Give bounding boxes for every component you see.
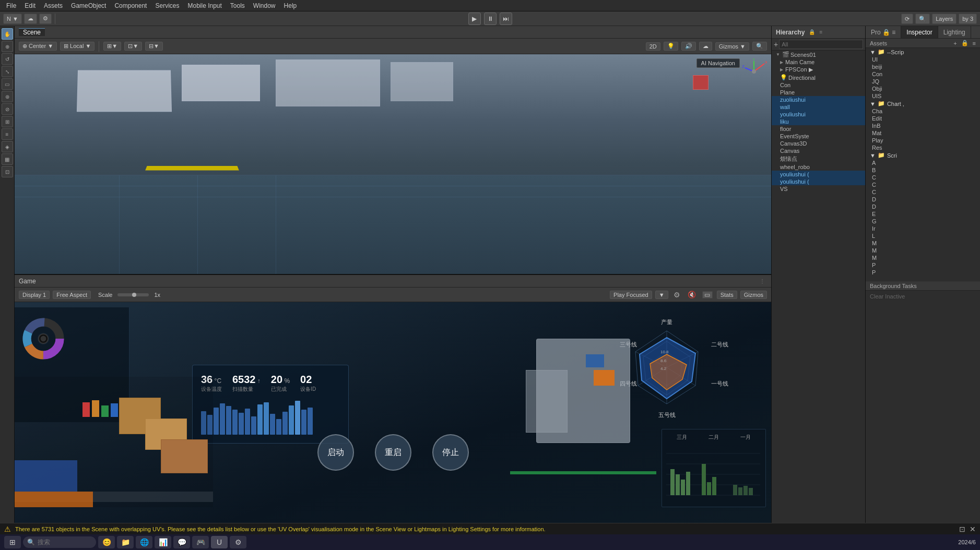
grid-button[interactable]: ⊞▼ <box>103 42 121 51</box>
settings-button[interactable]: ⚙ <box>39 14 52 24</box>
scale-tool[interactable]: ⤡ <box>2 66 13 77</box>
hierarchy-canvas[interactable]: Canvas <box>772 147 865 154</box>
asset-play[interactable]: Play <box>866 137 980 144</box>
status-action-2[interactable]: ✕ <box>970 525 976 533</box>
asset-edit[interactable]: Edit <box>866 115 980 122</box>
asset-m3[interactable]: M <box>866 254 980 261</box>
asset-inb[interactable]: InB <box>866 122 980 129</box>
audio-button[interactable]: 🔊 <box>681 42 696 51</box>
hierarchy-wall[interactable]: wall <box>772 103 865 111</box>
hierarchy-liku[interactable]: liku <box>772 118 865 125</box>
asset-e[interactable]: E <box>866 210 980 218</box>
hierarchy-youliushui1[interactable]: youliushui <box>772 111 865 118</box>
move-tool[interactable]: ✋ <box>2 28 13 40</box>
gameobject-menu[interactable]: GameObject <box>67 0 110 11</box>
layers-button[interactable]: Layers <box>932 14 957 24</box>
hierarchy-main-camera[interactable]: ▶ Main Came <box>772 58 865 66</box>
start-button[interactable]: 启动 <box>317 434 354 471</box>
hierarchy-con[interactable]: Con <box>772 81 865 89</box>
rotate-tool[interactable]: ↺ <box>2 53 13 65</box>
rect-tool[interactable]: ▭ <box>2 78 13 90</box>
cloud-button[interactable]: ☁ <box>24 14 37 24</box>
light-button[interactable]: 💡 <box>664 42 678 51</box>
game-aspect-btn[interactable]: Free Aspect <box>53 291 91 299</box>
game-menu-icon[interactable]: ⋮ <box>758 278 767 284</box>
history-button[interactable]: ⟳ <box>901 14 913 24</box>
custom-tool-5[interactable]: ▦ <box>2 153 13 165</box>
file-menu[interactable]: File <box>2 0 20 11</box>
asset-d1[interactable]: D <box>866 196 980 203</box>
asset-c3[interactable]: C <box>866 188 980 196</box>
asset-c2[interactable]: C <box>866 181 980 188</box>
services-menu[interactable]: Services <box>151 0 183 11</box>
help-menu[interactable]: Help <box>280 0 301 11</box>
hierarchy-vs[interactable]: VS <box>772 185 865 193</box>
status-action-1[interactable]: ⊡ <box>959 525 965 533</box>
game-display-btn[interactable]: Display 1 <box>19 291 50 299</box>
account-button[interactable]: N ▼ <box>3 14 22 24</box>
taskbar-app4-btn[interactable]: ⚙ <box>230 536 246 548</box>
assets-lock-icon[interactable]: 🔒 <box>961 40 969 46</box>
scene-viewport[interactable]: X Y Z AI Navigation <box>15 54 771 274</box>
custom-tool-2[interactable]: ⊞ <box>2 116 13 127</box>
search-button[interactable]: 🔍 <box>915 14 930 24</box>
add-hierarchy-btn[interactable]: + <box>774 40 778 49</box>
render-mode-btn[interactable]: ⊟▼ <box>145 42 163 51</box>
layers-by-button[interactable]: by 3 <box>959 14 977 24</box>
hierarchy-floor[interactable]: floor <box>772 125 865 133</box>
assets-add-btn[interactable]: + <box>953 40 957 46</box>
inspector-tab[interactable]: Inspector <box>901 26 938 38</box>
hierarchy-youliushui2[interactable]: youliushui ( <box>772 171 865 178</box>
taskbar-emoji-btn[interactable]: 😊 <box>98 536 115 548</box>
stats-btn[interactable]: Stats <box>717 291 737 299</box>
asset-g[interactable]: G <box>866 218 980 225</box>
pro-tab[interactable]: Pro 🔒 ≡ <box>866 26 901 38</box>
custom-tool-4[interactable]: ◈ <box>2 141 13 152</box>
play-button[interactable]: ▶ <box>468 13 481 25</box>
hierarchy-zuoliushui[interactable]: zuoliushui <box>772 96 865 103</box>
restart-button[interactable]: 重启 <box>375 434 411 471</box>
custom-tool-6[interactable]: ⊡ <box>2 166 13 177</box>
stop-button[interactable]: 停止 <box>432 434 469 471</box>
asset-a[interactable]: A <box>866 159 980 166</box>
windows-start-btn[interactable]: ⊞ <box>4 536 21 548</box>
asset-mat[interactable]: Mat <box>866 129 980 137</box>
tools-menu[interactable]: Tools <box>226 0 249 11</box>
taskbar-app3-btn[interactable]: 🎮 <box>192 536 209 548</box>
step-button[interactable]: ⏭ <box>500 13 512 25</box>
mobileinput-menu[interactable]: Mobile Input <box>183 0 226 11</box>
gizmos-filter-btn[interactable]: ⊡▼ <box>124 42 142 51</box>
play-focused-dropdown[interactable]: ▼ <box>655 291 668 299</box>
scene-gizmos-btn[interactable]: Gizmos ▼ <box>715 42 749 51</box>
maximize-icon[interactable]: ▭ <box>702 291 713 298</box>
game-gizmos-btn[interactable]: Gizmos <box>740 291 767 299</box>
asset-b[interactable]: B <box>866 166 980 174</box>
taskbar-unity-btn[interactable]: U <box>211 536 228 548</box>
hierarchy-plane[interactable]: Plane <box>772 89 865 96</box>
select-tool[interactable]: ⊕ <box>2 41 13 52</box>
asset-con[interactable]: Con <box>866 70 980 78</box>
play-focused-btn[interactable]: Play Focused <box>610 291 652 299</box>
gear-icon[interactable]: ⚙ <box>674 291 680 299</box>
component-menu[interactable]: Component <box>110 0 151 11</box>
asset-obji[interactable]: Obji <box>866 85 980 92</box>
scene-tab[interactable]: Scene <box>19 28 45 36</box>
game-tab[interactable]: Game <box>19 278 36 285</box>
asset-res[interactable]: Res <box>866 144 980 151</box>
taskbar-app1-btn[interactable]: 📊 <box>155 536 171 548</box>
scale-slider[interactable] <box>117 293 149 296</box>
hierarchy-wheel-robot[interactable]: wheel_robo <box>772 163 865 171</box>
2d-button[interactable]: 2D <box>646 42 660 51</box>
asset-l[interactable]: L <box>866 232 980 240</box>
transform-tool[interactable]: ⊛ <box>2 91 13 102</box>
asset-ir[interactable]: Ir <box>866 225 980 232</box>
asset-c1[interactable]: C <box>866 174 980 181</box>
taskbar-app2-btn[interactable]: 💬 <box>173 536 190 548</box>
asset-d2[interactable]: D <box>866 203 980 210</box>
mute-icon[interactable]: 🔇 <box>688 291 696 298</box>
hierarchy-menu-icon[interactable]: ≡ <box>819 29 822 35</box>
hierarchy-canvas3d[interactable]: Canvas3D <box>772 140 865 147</box>
asset-m1[interactable]: M <box>866 240 980 247</box>
hierarchy-eventsystem[interactable]: EventSyste <box>772 133 865 140</box>
pause-button[interactable]: ⏸ <box>484 13 497 25</box>
